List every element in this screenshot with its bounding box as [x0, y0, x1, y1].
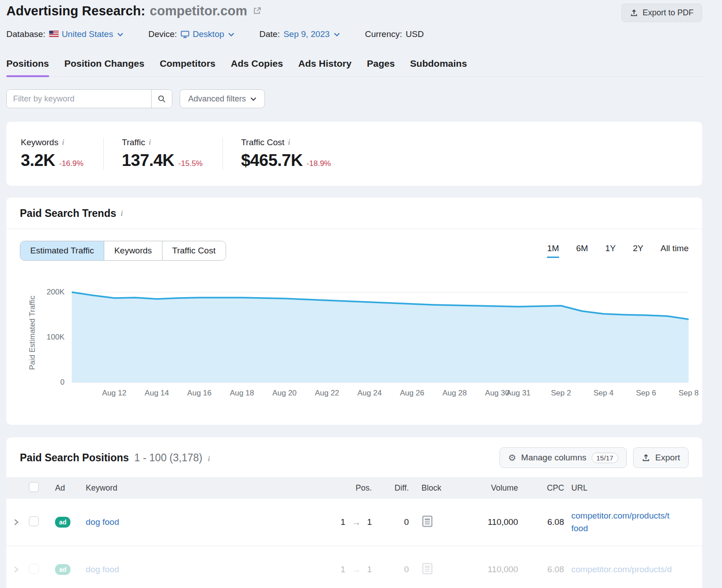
info-icon[interactable]: i: [62, 138, 64, 147]
col-header-pos[interactable]: Pos.: [317, 483, 376, 493]
paid-search-positions-title: Paid Search Positions: [20, 452, 129, 464]
report-settings-row: Database: United States Device:: [6, 29, 702, 39]
col-header-diff[interactable]: Diff.: [376, 483, 415, 493]
row-checkbox[interactable]: [29, 516, 39, 526]
advanced-filters-button[interactable]: Advanced filters: [180, 89, 265, 108]
range-1m[interactable]: 1M: [547, 243, 559, 258]
x-tick-label: Sep 2: [551, 389, 571, 398]
page-title-prefix: Advertising Research:: [6, 4, 145, 18]
paid-search-trends-title: Paid Search Trends: [20, 207, 116, 220]
toggle-estimated-traffic[interactable]: Estimated Traffic: [20, 241, 104, 260]
row-expander-icon[interactable]: [6, 518, 26, 526]
x-tick-label: Aug 16: [187, 389, 212, 398]
range-all-time[interactable]: All time: [661, 243, 689, 258]
stat-keywords-delta: -16.9%: [59, 159, 83, 168]
table-row: ad dog food 1 → 1 0: [6, 546, 702, 588]
col-header-cpc[interactable]: CPC: [521, 483, 567, 493]
summary-stats-card: Keywords i 3.2K -16.9% Traffic i 137.4K …: [6, 122, 702, 186]
keyword-filter-input[interactable]: [7, 90, 151, 108]
page-title-domain: competitor.com: [150, 4, 247, 18]
manage-columns-button[interactable]: ⚙ Manage columns 15/17: [500, 447, 627, 468]
y-tick-label: 0: [60, 378, 65, 387]
filter-row: Advanced filters: [6, 89, 702, 108]
tab-ads-history[interactable]: Ads History: [298, 58, 352, 76]
date-label: Date:: [259, 29, 280, 39]
select-all-checkbox[interactable]: [29, 482, 39, 492]
x-tick-label: Aug 26: [400, 389, 424, 398]
paid-search-trends-card: Paid Search Trends i Estimated Traffic K…: [6, 198, 702, 425]
col-header-volume[interactable]: Volume: [452, 483, 521, 493]
info-icon[interactable]: i: [120, 209, 123, 218]
toggle-traffic-cost[interactable]: Traffic Cost: [162, 241, 226, 260]
toggle-keywords[interactable]: Keywords: [104, 241, 162, 260]
cpc-value: 6.08: [521, 565, 567, 574]
x-tick-label: Aug 24: [357, 389, 382, 398]
x-tick-label: Sep 8: [679, 389, 699, 398]
row-checkbox[interactable]: [29, 564, 39, 574]
row-expander-icon[interactable]: [6, 565, 26, 574]
block-icon[interactable]: [421, 520, 433, 530]
trend-chart-plot: Aug 12Aug 14Aug 16Aug 18Aug 20Aug 22Aug …: [72, 286, 689, 402]
chevron-down-icon: [228, 32, 234, 37]
info-icon[interactable]: i: [208, 455, 210, 464]
tab-pages[interactable]: Pages: [367, 58, 395, 76]
search-button[interactable]: [151, 90, 172, 108]
chevron-down-icon: [334, 32, 340, 37]
x-tick-label: Aug 20: [272, 389, 296, 398]
keyword-filter-box: [6, 89, 172, 108]
y-tick-label: 200K: [46, 288, 65, 297]
keyword-link[interactable]: dog food: [86, 517, 119, 527]
range-1y[interactable]: 1Y: [605, 243, 616, 258]
report-tabs: Positions Position Changes Competitors A…: [6, 58, 702, 77]
chevron-down-icon: [117, 32, 123, 37]
stat-traffic-value: 137.4K: [122, 151, 174, 170]
top-bar: Advertising Research: competitor.com Exp…: [6, 0, 702, 22]
range-2y[interactable]: 2Y: [633, 243, 643, 258]
upload-icon: [630, 9, 638, 17]
metric-toggle-group: Estimated Traffic Keywords Traffic Cost: [20, 241, 226, 261]
tab-subdomains[interactable]: Subdomains: [410, 58, 467, 76]
url-link[interactable]: competitor.com/products/t food: [571, 511, 670, 533]
export-button[interactable]: Export: [633, 447, 689, 468]
device-label: Device:: [148, 29, 177, 39]
manage-columns-label: Manage columns: [521, 453, 587, 463]
currency-label: Currency:: [365, 29, 402, 39]
table-header-row: Ad Keyword Pos. Diff. Block Volume CPC U…: [6, 477, 702, 499]
export-to-pdf-button[interactable]: Export to PDF: [621, 4, 702, 22]
col-header-block[interactable]: Block: [415, 483, 452, 493]
date-selector[interactable]: Date: Sep 9, 2023: [259, 29, 340, 39]
chevron-down-icon: [250, 97, 256, 101]
info-icon[interactable]: i: [288, 138, 290, 147]
range-6m[interactable]: 6M: [576, 243, 588, 258]
advanced-filters-label: Advanced filters: [188, 94, 246, 104]
block-icon[interactable]: [421, 568, 433, 577]
keyword-link[interactable]: dog food: [86, 565, 119, 574]
x-tick-label: Sep 4: [593, 389, 613, 398]
arrow-right-icon: →: [352, 565, 361, 575]
col-header-keyword[interactable]: Keyword: [81, 483, 317, 493]
stat-traffic-cost-label: Traffic Cost: [241, 138, 284, 147]
database-selector[interactable]: Database: United States: [6, 29, 123, 39]
tab-ads-copies[interactable]: Ads Copies: [231, 58, 283, 76]
arrow-right-icon: →: [352, 517, 361, 528]
ad-badge: ad: [55, 564, 70, 575]
device-selector[interactable]: Device: Desktop: [148, 29, 234, 39]
external-link-icon[interactable]: [253, 4, 262, 18]
col-header-url[interactable]: URL: [567, 482, 702, 494]
url-link[interactable]: competitor.com/products/d: [571, 565, 672, 574]
database-label: Database:: [6, 29, 46, 39]
tab-positions[interactable]: Positions: [6, 58, 49, 76]
table-row: ad dog food 1 → 1 0: [6, 499, 702, 546]
info-icon[interactable]: i: [149, 138, 151, 147]
col-header-ad[interactable]: Ad: [52, 483, 81, 493]
stat-traffic-cost: Traffic Cost i $465.7K -18.9%: [222, 138, 351, 170]
positions-table: Ad Keyword Pos. Diff. Block Volume CPC U…: [6, 477, 702, 588]
tab-competitors[interactable]: Competitors: [160, 58, 216, 76]
x-tick-label: Aug 28: [443, 389, 467, 398]
stat-traffic-label: Traffic: [122, 138, 145, 147]
positions-range-text: 1 - 100 (3,178): [134, 452, 203, 464]
paid-search-positions-card: Paid Search Positions 1 - 100 (3,178) i …: [6, 437, 702, 588]
date-value: Sep 9, 2023: [283, 29, 329, 39]
us-flag-icon: [49, 29, 59, 39]
tab-position-changes[interactable]: Position Changes: [65, 58, 144, 76]
